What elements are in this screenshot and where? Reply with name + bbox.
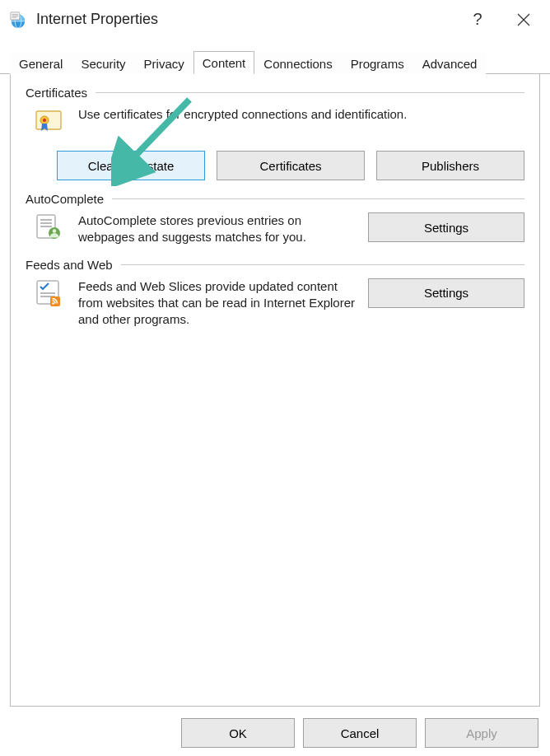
divider: [112, 198, 524, 199]
apply-button[interactable]: Apply: [425, 718, 538, 748]
titlebar: Internet Properties ?: [0, 0, 550, 40]
autocomplete-desc: AutoComplete stores previous entries on …: [78, 212, 360, 246]
tab-privacy[interactable]: Privacy: [135, 52, 193, 74]
close-button[interactable]: [501, 0, 547, 40]
ok-button[interactable]: OK: [181, 718, 295, 748]
feeds-icon: [34, 278, 63, 308]
window-title: Internet Properties: [36, 11, 158, 28]
divider: [121, 264, 524, 265]
svg-point-22: [52, 302, 54, 305]
certificates-group: Certificates Use certificates for encryp…: [26, 86, 524, 180]
divider: [96, 92, 524, 93]
publishers-button[interactable]: Publishers: [376, 151, 524, 180]
cancel-button[interactable]: Cancel: [303, 718, 417, 748]
tab-connections[interactable]: Connections: [254, 52, 341, 74]
tab-advanced[interactable]: Advanced: [413, 52, 487, 74]
certificates-buttons: Clear SSL state Certificates Publishers: [57, 151, 524, 180]
autocomplete-title: AutoComplete: [26, 192, 104, 206]
certificates-desc: Use certificates for encrypted connectio…: [78, 106, 524, 123]
autocomplete-settings-button[interactable]: Settings: [368, 212, 524, 242]
feeds-group: Feeds and Web Feeds and Web Slices provi…: [26, 258, 524, 329]
clear-ssl-state-button[interactable]: Clear SSL state: [57, 151, 205, 180]
feeds-desc: Feeds and Web Slices provide updated con…: [78, 278, 360, 329]
svg-point-17: [53, 229, 57, 233]
tab-content[interactable]: Content: [193, 51, 255, 74]
autocomplete-group: AutoComplete AutoComplete stores previou…: [26, 192, 524, 246]
certificates-button[interactable]: Certificates: [217, 151, 365, 180]
feeds-settings-button[interactable]: Settings: [368, 278, 524, 308]
certificates-title: Certificates: [26, 86, 87, 100]
autocomplete-icon: [34, 212, 63, 242]
tab-programs[interactable]: Programs: [342, 52, 413, 74]
svg-point-11: [43, 119, 46, 122]
internet-options-icon: [8, 10, 28, 30]
dialog-footer: OK Cancel Apply: [181, 718, 538, 748]
certificate-icon: [34, 106, 63, 136]
tab-security[interactable]: Security: [72, 52, 134, 74]
feeds-title: Feeds and Web: [26, 258, 113, 272]
content-panel: Certificates Use certificates for encryp…: [10, 74, 540, 707]
tab-general[interactable]: General: [10, 52, 72, 74]
help-button[interactable]: ?: [454, 0, 501, 40]
tab-row: General Security Privacy Content Connect…: [0, 46, 550, 74]
